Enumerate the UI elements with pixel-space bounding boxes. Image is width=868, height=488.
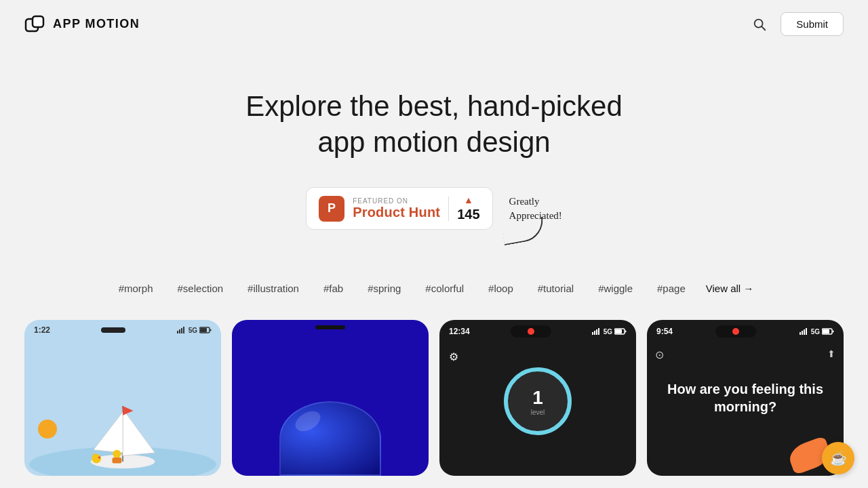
status-bar-2 bbox=[232, 320, 429, 335]
svg-rect-23 bbox=[594, 331, 595, 335]
battery-icon-4 bbox=[822, 328, 834, 335]
svg-rect-27 bbox=[615, 329, 622, 333]
svg-rect-35 bbox=[833, 331, 834, 333]
battery-icon bbox=[199, 327, 212, 333]
tag-loop[interactable]: #loop bbox=[476, 277, 526, 300]
status-icons-4: 5G bbox=[800, 328, 834, 336]
featured-on-label: FEATURED ON bbox=[353, 197, 440, 205]
battery-icon-3 bbox=[614, 328, 627, 335]
time-4: 9:54 bbox=[656, 327, 673, 336]
hero-title: Explore the best, hand-picked app motion… bbox=[245, 89, 623, 160]
svg-rect-4 bbox=[177, 331, 178, 333]
svg-rect-29 bbox=[800, 332, 801, 335]
svg-rect-18 bbox=[112, 457, 121, 463]
search-icon bbox=[752, 17, 767, 32]
logo[interactable]: APP MOTION bbox=[24, 14, 140, 35]
svg-rect-10 bbox=[210, 329, 212, 331]
tag-page[interactable]: #page bbox=[645, 277, 698, 300]
tags-section: #morph #selection #illustration #fab #sp… bbox=[0, 257, 868, 313]
svg-rect-25 bbox=[598, 328, 599, 335]
svg-rect-28 bbox=[625, 331, 626, 333]
product-hunt-area: P FEATURED ON Product Hunt ▲ 145 Greatly… bbox=[306, 187, 562, 230]
search-button[interactable] bbox=[752, 17, 767, 32]
cards-grid: 1:22 5G bbox=[0, 313, 868, 483]
svg-marker-15 bbox=[94, 411, 123, 452]
record-dot-3 bbox=[528, 328, 534, 335]
svg-rect-34 bbox=[823, 329, 829, 333]
level-number: 1 bbox=[532, 387, 543, 409]
network-label: 5G bbox=[189, 327, 197, 334]
submit-button[interactable]: Submit bbox=[781, 12, 844, 36]
network-label-3: 5G bbox=[604, 328, 612, 336]
ph-count: 145 bbox=[457, 207, 479, 222]
svg-rect-31 bbox=[804, 329, 805, 335]
logo-icon bbox=[24, 14, 46, 35]
sailboat-svg bbox=[24, 359, 221, 476]
card-globe[interactable] bbox=[232, 320, 429, 476]
tag-tutorial[interactable]: #tutorial bbox=[526, 277, 586, 300]
tag-spring[interactable]: #spring bbox=[355, 277, 413, 300]
globe-element bbox=[279, 401, 381, 476]
tag-morph[interactable]: #morph bbox=[106, 277, 165, 300]
svg-marker-16 bbox=[123, 406, 134, 415]
record-dot-4 bbox=[732, 328, 739, 335]
product-hunt-logo: P bbox=[319, 196, 344, 222]
svg-rect-6 bbox=[181, 328, 182, 333]
level-circle: 1 level bbox=[504, 367, 572, 435]
svg-marker-14 bbox=[123, 409, 155, 455]
appreciation-area: GreatlyAppreciated! bbox=[509, 195, 562, 223]
status-icons-1: 5G bbox=[177, 327, 212, 334]
gear-icon: ⚙ bbox=[449, 350, 458, 363]
level-label: level bbox=[531, 409, 545, 416]
product-hunt-name: Product Hunt bbox=[353, 205, 440, 220]
dynamic-island-1 bbox=[101, 327, 125, 333]
svg-rect-5 bbox=[179, 329, 180, 333]
view-all-button[interactable]: View all → bbox=[698, 277, 762, 300]
ph-count-area: ▲ 145 bbox=[457, 195, 479, 222]
tag-illustration[interactable]: #illustration bbox=[235, 277, 311, 300]
tag-colorful[interactable]: #colorful bbox=[413, 277, 476, 300]
svg-rect-7 bbox=[183, 327, 184, 333]
card-morning[interactable]: 9:54 5G ⊙ ⬆ How are you f bbox=[647, 320, 844, 476]
product-hunt-badge[interactable]: P FEATURED ON Product Hunt ▲ 145 bbox=[306, 187, 492, 230]
product-hunt-text: FEATURED ON Product Hunt bbox=[353, 197, 440, 220]
status-bar-3: 12:34 5G bbox=[439, 320, 636, 343]
logo-text: APP MOTION bbox=[53, 17, 140, 31]
svg-rect-1 bbox=[33, 16, 43, 27]
svg-rect-24 bbox=[596, 329, 597, 335]
card-level[interactable]: 12:34 5G ⚙ 1 lev bbox=[439, 320, 636, 476]
svg-line-3 bbox=[762, 26, 766, 30]
svg-point-19 bbox=[92, 453, 101, 463]
time-3: 12:34 bbox=[449, 327, 470, 336]
hero-section: Explore the best, hand-picked app motion… bbox=[0, 48, 868, 257]
svg-rect-22 bbox=[592, 332, 593, 335]
ph-arrow-icon: ▲ bbox=[464, 195, 473, 205]
signal-icon-4 bbox=[800, 328, 809, 335]
svg-point-17 bbox=[113, 449, 121, 458]
svg-rect-32 bbox=[806, 328, 807, 335]
time-1: 1:22 bbox=[34, 325, 50, 335]
tag-wiggle[interactable]: #wiggle bbox=[586, 277, 645, 300]
header-right: Submit bbox=[752, 12, 844, 36]
card-sailboat[interactable]: 1:22 5G bbox=[24, 320, 221, 476]
svg-point-21 bbox=[98, 456, 100, 458]
network-label-4: 5G bbox=[811, 328, 820, 336]
svg-rect-9 bbox=[200, 328, 207, 332]
status-bar-1: 1:22 5G bbox=[24, 320, 221, 340]
header: APP MOTION Submit bbox=[0, 0, 868, 48]
ph-divider bbox=[448, 197, 449, 221]
settings-icon: ⊙ bbox=[655, 348, 664, 361]
coffee-button[interactable]: ☕ bbox=[822, 442, 854, 474]
signal-icon bbox=[177, 327, 186, 333]
appreciation-text: GreatlyAppreciated! bbox=[509, 195, 562, 223]
morning-question: How are you feeling this morning? bbox=[667, 380, 824, 415]
svg-rect-30 bbox=[802, 331, 803, 335]
sailboat-scene bbox=[24, 359, 221, 476]
tag-selection[interactable]: #selection bbox=[165, 277, 236, 300]
status-bar-4: 9:54 5G bbox=[647, 320, 844, 343]
signal-icon-3 bbox=[592, 328, 601, 335]
tag-fab[interactable]: #fab bbox=[311, 277, 355, 300]
share-icon: ⬆ bbox=[827, 348, 835, 359]
status-icons-3: 5G bbox=[592, 328, 627, 336]
